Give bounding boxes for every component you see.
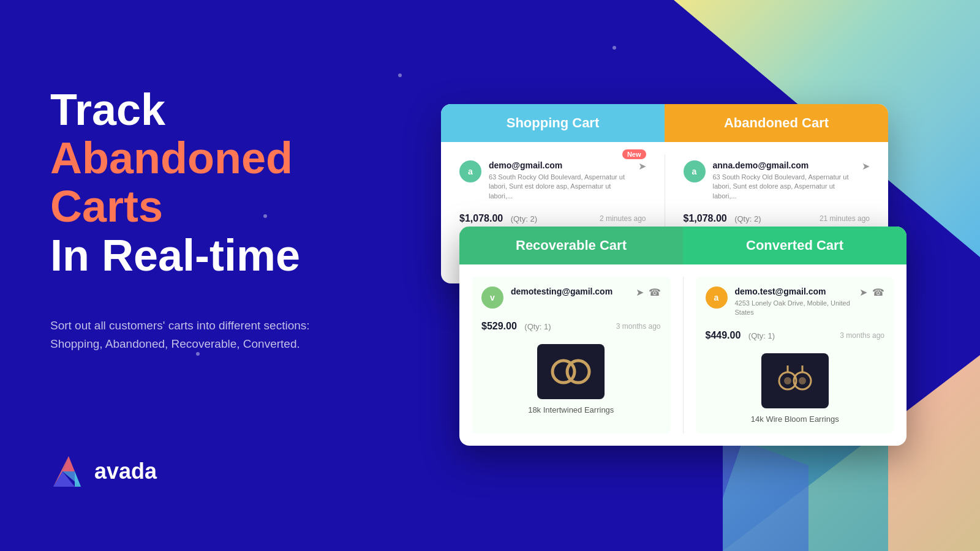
customer-address-4: 4253 Lonely Oak Drive, Mobile, United St… bbox=[735, 299, 853, 318]
recoverable-cart-item: v demotesting@gamil.com ➤ ☎ $529.00 (Qty… bbox=[472, 277, 671, 433]
svg-marker-5 bbox=[75, 471, 81, 487]
customer-info-2: anna.demo@gmail.com 63 South Rocky Old B… bbox=[713, 160, 855, 201]
cart-price-4: $449.00 bbox=[706, 330, 741, 340]
whatsapp-icon[interactable]: ☎ bbox=[649, 287, 661, 298]
headline-realtime: In Real-time bbox=[50, 231, 356, 280]
cart-qty-2: (Qty: 2) bbox=[734, 214, 761, 223]
customer-avatar-2: a bbox=[684, 160, 706, 182]
send-icon-2[interactable]: ➤ bbox=[862, 160, 870, 172]
front-card: Recoverable Cart Converted Cart v demote… bbox=[459, 227, 907, 446]
customer-info-3: demotesting@gamil.com bbox=[511, 287, 628, 299]
cart-meta-4: $449.00 (Qty: 1) 3 months ago bbox=[706, 325, 885, 341]
converted-cart-row: a demo.test@gmail.com 4253 Lonely Oak Dr… bbox=[706, 287, 885, 318]
customer-address: 63 South Rocky Old Boulevard, Aspernatur… bbox=[489, 173, 631, 201]
customer-address-2: 63 South Rocky Old Boulevard, Aspernatur… bbox=[713, 173, 855, 201]
product-name-1: 18k Intertwined Earrings bbox=[481, 405, 661, 414]
cart-time: 2 minutes ago bbox=[600, 214, 646, 223]
front-card-body: v demotesting@gamil.com ➤ ☎ $529.00 (Qty… bbox=[459, 264, 907, 446]
send-icon[interactable]: ➤ bbox=[638, 160, 646, 172]
customer-avatar-3: v bbox=[481, 287, 503, 309]
customer-email-2: anna.demo@gmail.com bbox=[713, 160, 855, 170]
cart-time-2: 21 minutes ago bbox=[820, 214, 870, 223]
cart-meta-2: $1,078.00 (Qty: 2) 21 minutes ago bbox=[684, 208, 870, 224]
avada-logo-icon bbox=[50, 453, 87, 490]
recoverable-cart-row: v demotesting@gamil.com ➤ ☎ bbox=[481, 287, 661, 309]
cart-qty: (Qty: 2) bbox=[511, 214, 537, 223]
logo-section: avada bbox=[50, 453, 157, 490]
cards-area: Shopping Cart Abandoned Cart New a demo@… bbox=[441, 104, 907, 459]
cart-qty-4: (Qty: 1) bbox=[748, 331, 775, 340]
product-image-1 bbox=[537, 344, 605, 399]
shopping-cart-row: a demo@gmail.com 63 South Rocky Old Boul… bbox=[459, 160, 646, 201]
cart-meta-3: $529.00 (Qty: 1) 3 months ago bbox=[481, 316, 661, 332]
customer-info-4: demo.test@gmail.com 4253 Lonely Oak Driv… bbox=[735, 287, 853, 318]
product-card-1: 18k Intertwined Earrings bbox=[481, 344, 661, 414]
whatsapp-icon-2[interactable]: ☎ bbox=[872, 287, 884, 298]
hero-description: Sort out all customers' carts into diffe… bbox=[50, 317, 314, 354]
customer-email-4: demo.test@gmail.com bbox=[735, 287, 853, 296]
send-icon-3[interactable]: ➤ bbox=[636, 287, 644, 298]
back-card-header: Shopping Cart Abandoned Cart bbox=[441, 104, 888, 142]
product-name-2: 14k Wire Bloom Earrings bbox=[706, 414, 885, 424]
new-badge: New bbox=[622, 149, 646, 159]
product-image-2 bbox=[761, 353, 829, 408]
headline-abandoned: Abandoned Carts bbox=[50, 134, 356, 231]
product-card-2: 14k Wire Bloom Earrings bbox=[706, 353, 885, 424]
customer-info: demo@gmail.com 63 South Rocky Old Boulev… bbox=[489, 160, 631, 201]
front-card-header: Recoverable Cart Converted Cart bbox=[459, 227, 907, 264]
svg-marker-2 bbox=[62, 456, 75, 471]
customer-email: demo@gmail.com bbox=[489, 160, 631, 170]
dot-decoration bbox=[398, 73, 402, 77]
action-icons: ➤ ☎ bbox=[636, 287, 661, 298]
abandoned-cart-row: a anna.demo@gmail.com 63 South Rocky Old… bbox=[684, 160, 870, 201]
send-icon-4[interactable]: ➤ bbox=[859, 287, 867, 298]
cart-time-4: 3 months ago bbox=[840, 331, 884, 340]
tab-converted-cart[interactable]: Converted Cart bbox=[683, 227, 907, 264]
cart-meta: $1,078.00 (Qty: 2) 2 minutes ago bbox=[459, 208, 646, 224]
action-icons-2: ➤ ☎ bbox=[859, 287, 884, 298]
converted-cart-item: a demo.test@gmail.com 4253 Lonely Oak Dr… bbox=[696, 277, 895, 433]
svg-point-15 bbox=[567, 361, 589, 383]
cart-qty-3: (Qty: 1) bbox=[524, 322, 551, 331]
svg-point-20 bbox=[799, 377, 806, 384]
cart-time-3: 3 months ago bbox=[616, 322, 661, 331]
hero-section: Track Abandoned Carts In Real-time Sort … bbox=[50, 86, 356, 354]
customer-avatar: a bbox=[459, 160, 481, 182]
tab-recoverable-cart[interactable]: Recoverable Cart bbox=[459, 227, 683, 264]
cart-price: $1,078.00 bbox=[459, 213, 503, 223]
cart-price-3: $529.00 bbox=[481, 321, 517, 331]
customer-email-3: demotesting@gamil.com bbox=[511, 287, 628, 296]
cart-price-2: $1,078.00 bbox=[684, 213, 727, 223]
customer-avatar-4: a bbox=[706, 287, 728, 309]
tab-shopping-cart[interactable]: Shopping Cart bbox=[441, 104, 665, 142]
tab-abandoned-cart[interactable]: Abandoned Cart bbox=[665, 104, 888, 142]
logo-text: avada bbox=[94, 459, 157, 484]
headline-track: Track bbox=[50, 86, 356, 134]
svg-point-17 bbox=[784, 377, 791, 384]
divider-2 bbox=[683, 277, 684, 433]
dot-decoration bbox=[612, 46, 616, 50]
